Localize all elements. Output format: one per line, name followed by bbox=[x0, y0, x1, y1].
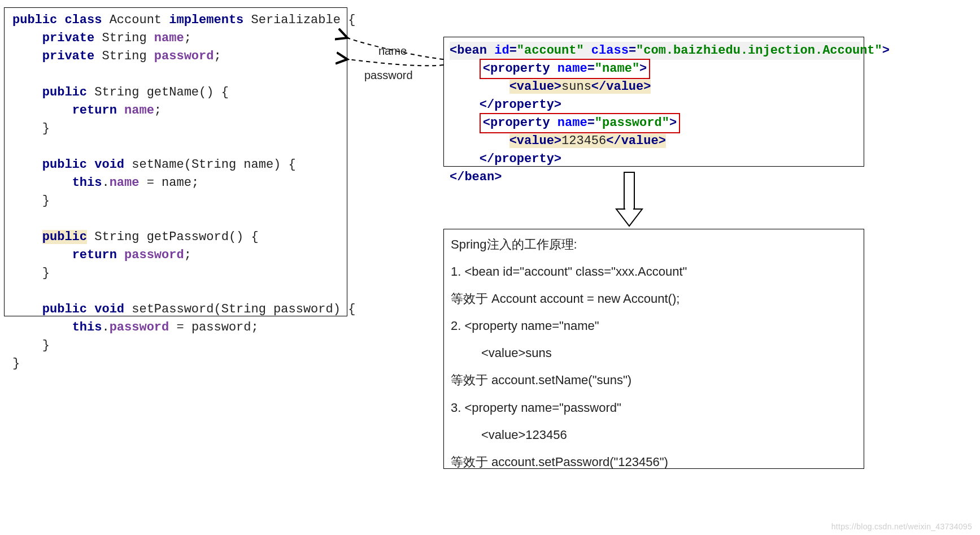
arrow-labels: name password bbox=[347, 40, 443, 96]
watermark-text: https://blog.csdn.net/weixin_43734095 bbox=[831, 521, 972, 533]
explain-eq-3: 等效于 account.setPassword("123456") bbox=[451, 453, 855, 472]
explain-title: Spring注入的工作原理: bbox=[451, 235, 855, 254]
java-code: public class Account implements Serializ… bbox=[12, 11, 342, 373]
java-code-panel: public class Account implements Serializ… bbox=[4, 7, 347, 316]
svg-rect-2 bbox=[625, 207, 633, 211]
xml-code: <bean id="account" class="com.baizhiedu.… bbox=[450, 42, 860, 186]
explain-line-3b: <value>123456 bbox=[451, 425, 855, 445]
explain-line-2: 2. <property name="name" bbox=[451, 316, 855, 336]
explain-eq-1: 等效于 Account account = new Account(); bbox=[451, 289, 855, 308]
explain-line-2b: <value>suns bbox=[451, 343, 855, 363]
explanation-panel: Spring注入的工作原理: 1. <bean id="account" cla… bbox=[443, 229, 864, 469]
explain-line-1: 1. <bean id="account" class="xxx.Account… bbox=[451, 262, 855, 281]
label-password: password bbox=[364, 67, 413, 84]
explain-eq-2: 等效于 account.setName("suns") bbox=[451, 371, 855, 390]
xml-code-panel: <bean id="account" class="com.baizhiedu.… bbox=[443, 37, 864, 167]
label-name: name bbox=[378, 42, 407, 59]
explain-line-3: 3. <property name="password" bbox=[451, 398, 855, 417]
svg-marker-1 bbox=[616, 209, 642, 226]
